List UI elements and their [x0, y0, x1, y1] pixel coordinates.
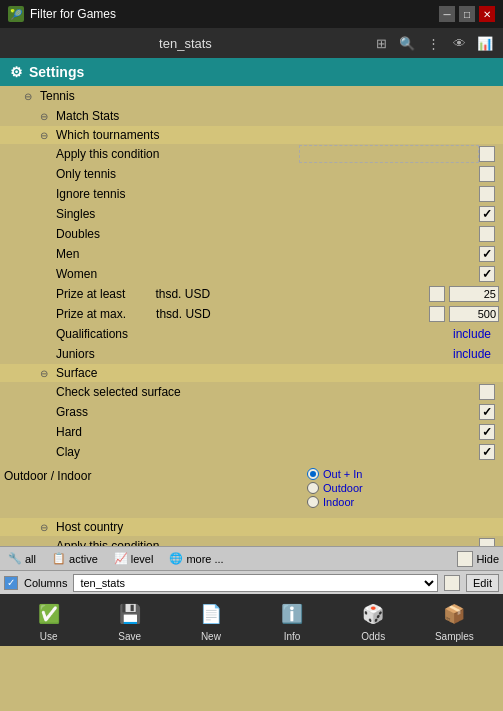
save-button[interactable]: 💾 Save [105, 599, 155, 642]
women-label: Women [52, 266, 303, 282]
host-country-section-row: ⊖ Host country [0, 518, 503, 536]
filter-bar: 🔧 all 📋 active 📈 level 🌐 more ... Hide [0, 546, 503, 570]
columns-extra-checkbox[interactable] [444, 575, 460, 591]
ignore-tennis-row: Ignore tennis [0, 184, 503, 204]
singles-row: Singles [0, 204, 503, 224]
columns-checkbox[interactable]: ✓ [4, 576, 18, 590]
window-title: Filter for Games [30, 7, 116, 21]
minimize-button[interactable]: ─ [439, 6, 455, 22]
out-plus-in-radio-row[interactable]: Out + In [307, 468, 363, 480]
grass-checkbox[interactable] [479, 404, 495, 420]
save-icon: 💾 [115, 599, 145, 629]
outdoor-indoor-radio-group: Out + In Outdoor Indoor [303, 466, 367, 510]
main-scroll-area[interactable]: ⊖ Tennis ⊖ Match Stats ⊖ Which tournamen… [0, 86, 503, 546]
filter-more-button[interactable]: 🌐 more ... [165, 551, 227, 567]
prize-at-least-input[interactable] [449, 286, 499, 302]
only-tennis-label: Only tennis [52, 166, 303, 182]
doubles-checkbox[interactable] [479, 226, 495, 242]
qualifications-link[interactable]: include [453, 327, 495, 341]
men-checkbox[interactable] [479, 246, 495, 262]
apply-condition-label: Apply this condition [52, 146, 299, 162]
grid-icon[interactable]: ⊞ [371, 33, 391, 53]
which-tournaments-label: Which tournaments [52, 127, 503, 143]
search-icon[interactable]: 🔍 [397, 33, 417, 53]
men-value [303, 246, 503, 262]
prize-at-max-value [303, 306, 503, 322]
doubles-value [303, 226, 503, 242]
indoor-label: Indoor [323, 496, 354, 508]
bar-chart-icon[interactable]: 📊 [475, 33, 495, 53]
ignore-tennis-checkbox[interactable] [479, 186, 495, 202]
prize-at-least-checkbox[interactable] [429, 286, 445, 302]
toolbar-icons: ⊞ 🔍 ⋮ 👁 📊 [371, 33, 495, 53]
surface-section-row: ⊖ Surface [0, 364, 503, 382]
hard-checkbox[interactable] [479, 424, 495, 440]
indoor-radio[interactable] [307, 496, 319, 508]
out-plus-in-radio[interactable] [307, 468, 319, 480]
prize-at-max-label: Prize at max. thsd. USD [52, 306, 303, 322]
outdoor-indoor-label: Outdoor / Indoor [0, 468, 303, 484]
maximize-button[interactable]: □ [459, 6, 475, 22]
qualifications-label: Qualifications [52, 326, 303, 342]
outdoor-radio[interactable] [307, 482, 319, 494]
check-surface-row: Check selected surface [0, 382, 503, 402]
tennis-expand-icon[interactable]: ⊖ [20, 88, 36, 104]
edit-button[interactable]: Edit [466, 574, 499, 592]
clay-checkbox[interactable] [479, 444, 495, 460]
samples-button[interactable]: 📦 Samples [429, 599, 479, 642]
juniors-label: Juniors [52, 346, 303, 362]
samples-icon: 📦 [439, 599, 469, 629]
filter-level-button[interactable]: 📈 level [110, 551, 158, 567]
juniors-link[interactable]: include [453, 347, 495, 361]
only-tennis-checkbox[interactable] [479, 166, 495, 182]
filter-all-icon: 🔧 [8, 552, 22, 566]
apply-condition-row: Apply this condition [0, 144, 503, 164]
apply-condition-2-value [303, 538, 503, 546]
outdoor-radio-row[interactable]: Outdoor [307, 482, 363, 494]
outdoor-indoor-row: Outdoor / Indoor Out + In Outdoor Indoor [0, 462, 503, 518]
prize-at-max-checkbox[interactable] [429, 306, 445, 322]
juniors-row: Juniors include [0, 344, 503, 364]
new-button[interactable]: 📄 New [186, 599, 236, 642]
split-icon[interactable]: ⋮ [423, 33, 443, 53]
filter-all-button[interactable]: 🔧 all [4, 551, 40, 567]
odds-label: Odds [361, 631, 385, 642]
settings-label: Settings [29, 64, 84, 80]
new-icon: 📄 [196, 599, 226, 629]
which-tournaments-expand-icon[interactable]: ⊖ [36, 127, 52, 143]
surface-label: Surface [52, 365, 503, 381]
women-checkbox[interactable] [479, 266, 495, 282]
match-stats-label: Match Stats [52, 108, 503, 124]
filter-active-button[interactable]: 📋 active [48, 551, 102, 567]
host-country-expand-icon[interactable]: ⊖ [36, 519, 52, 535]
info-icon: ℹ️ [277, 599, 307, 629]
odds-button[interactable]: 🎲 Odds [348, 599, 398, 642]
check-surface-checkbox[interactable] [479, 384, 495, 400]
apply-condition-2-checkbox[interactable] [479, 538, 495, 546]
singles-label: Singles [52, 206, 303, 222]
surface-expand-icon[interactable]: ⊖ [36, 365, 52, 381]
men-row: Men [0, 244, 503, 264]
out-plus-in-label: Out + In [323, 468, 362, 480]
match-stats-expand-icon[interactable]: ⊖ [36, 108, 52, 124]
singles-checkbox[interactable] [479, 206, 495, 222]
app-icon: 🎾 [8, 6, 24, 22]
filter-active-icon: 📋 [52, 552, 66, 566]
prize-at-max-input[interactable] [449, 306, 499, 322]
hard-value [303, 424, 503, 440]
settings-header: Settings [0, 58, 503, 86]
save-label: Save [118, 631, 141, 642]
qualifications-row: Qualifications include [0, 324, 503, 344]
columns-bar: ✓ Columns ten_stats Edit [0, 570, 503, 594]
eyes-icon[interactable]: 👁 [449, 33, 469, 53]
women-value [303, 266, 503, 282]
hide-checkbox[interactable] [457, 551, 473, 567]
indoor-radio-row[interactable]: Indoor [307, 496, 363, 508]
ignore-tennis-label: Ignore tennis [52, 186, 303, 202]
close-button[interactable]: ✕ [479, 6, 495, 22]
columns-select[interactable]: ten_stats [73, 574, 438, 592]
use-button[interactable]: ✅ Use [24, 599, 74, 642]
apply-condition-checkbox[interactable] [479, 146, 495, 162]
info-button[interactable]: ℹ️ Info [267, 599, 317, 642]
juniors-value: include [303, 347, 503, 361]
